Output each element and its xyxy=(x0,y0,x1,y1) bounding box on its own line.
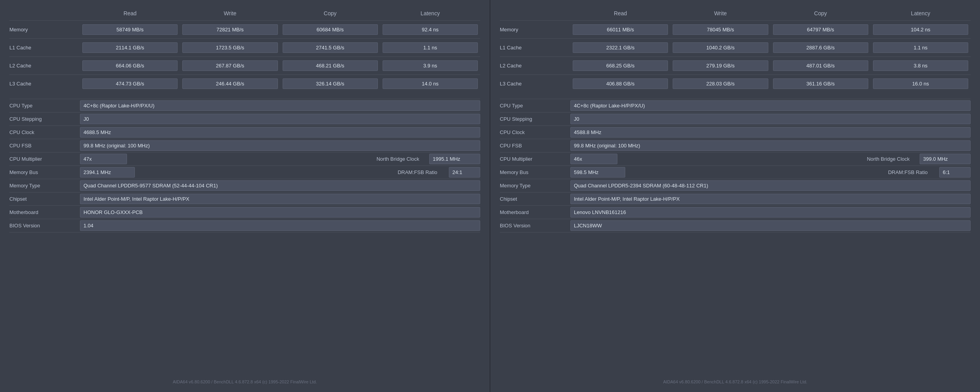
info-row-cpu-clock: CPU Clock 4588.8 MHz xyxy=(500,126,971,139)
info-row-memory-bus: Memory Bus 598.5 MHz DRAM:FSB Ratio 6:1 xyxy=(500,166,971,179)
dram-ratio-label: DRAM:FSB Ratio xyxy=(877,169,939,175)
motherboard-value: HONOR GLO-GXXX-PCB xyxy=(80,207,480,218)
memory-bus-value: 2394.1 MHz xyxy=(80,167,135,178)
cpu-clock-label: CPU Clock xyxy=(9,127,80,138)
cpu-fsb-value: 99.8 MHz (original: 100 MHz) xyxy=(570,140,971,151)
header-latency: Latency xyxy=(380,10,480,16)
info-row-cpu-fsb: CPU FSB 99.8 MHz (original: 100 MHz) xyxy=(500,139,971,152)
data-row-l1-cache: L1 Cache 2114.1 GB/s 1723.5 GB/s 2741.5 … xyxy=(9,38,480,56)
motherboard-label: Motherboard xyxy=(9,207,80,218)
write-value: 267.87 GB/s xyxy=(182,60,278,71)
cpu-fsb-value: 99.8 MHz (original: 100 MHz) xyxy=(80,140,480,151)
info-row-chipset: Chipset Intel Alder Point-M/P, Intel Rap… xyxy=(500,192,971,206)
column-headers: Read Write Copy Latency xyxy=(9,8,480,20)
cpu-type-label: CPU Type xyxy=(9,100,80,111)
read-value: 474.73 GB/s xyxy=(82,78,178,89)
info-row-cpu-type: CPU Type 4C+8c (Raptor Lake-H/P/PX/U) xyxy=(500,99,971,113)
info-row-bios-version: BIOS Version 1.04 xyxy=(9,219,480,232)
header-copy: Copy xyxy=(280,10,380,16)
latency-value: 1.1 ns xyxy=(383,42,478,53)
cpu-multiplier-label: CPU Multiplier xyxy=(9,154,80,164)
info-row-chipset: Chipset Intel Alder Point-M/P, Intel Rap… xyxy=(9,192,480,206)
motherboard-label: Motherboard xyxy=(500,207,570,218)
nb-clock-value: 1995.1 MHz xyxy=(429,154,480,164)
bios-version-value: 1.04 xyxy=(80,220,480,231)
nb-clock-value: 399.0 MHz xyxy=(920,154,971,164)
row-label: L3 Cache xyxy=(500,81,570,87)
bios-version-label: BIOS Version xyxy=(500,220,570,231)
footer-text: AIDA64 v6.80.6200 / BenchDLL 4.6.872.8 x… xyxy=(9,376,480,384)
row-label: L1 Cache xyxy=(500,45,570,51)
data-row-l2-cache: L2 Cache 664.06 GB/s 267.87 GB/s 468.21 … xyxy=(9,56,480,74)
cpu-type-value: 4C+8c (Raptor Lake-H/P/PX/U) xyxy=(570,100,971,111)
write-value: 228.03 GB/s xyxy=(673,78,768,89)
copy-value: 64797 MB/s xyxy=(773,24,868,35)
row-label: Memory xyxy=(9,27,80,33)
header-empty xyxy=(500,10,570,16)
memory-bus-value: 598.5 MHz xyxy=(570,167,625,178)
info-row-motherboard: Motherboard HONOR GLO-GXXX-PCB xyxy=(9,206,480,219)
cpu-multiplier-value: 46x xyxy=(570,154,617,164)
copy-value: 468.21 GB/s xyxy=(283,60,378,71)
cpu-type-value: 4C+8c (Raptor Lake-H/P/PX/U) xyxy=(80,100,480,111)
row-label: L3 Cache xyxy=(9,81,80,87)
read-value: 406.88 GB/s xyxy=(573,78,668,89)
latency-value: 16.0 ns xyxy=(873,78,968,89)
data-row-l1-cache: L1 Cache 2322.1 GB/s 1040.2 GB/s 2887.6 … xyxy=(500,38,971,56)
info-row-bios-version: BIOS Version LJCN18WW xyxy=(500,219,971,232)
memory-bus-label: Memory Bus xyxy=(500,167,570,178)
data-row-l2-cache: L2 Cache 668.25 GB/s 279.19 GB/s 487.01 … xyxy=(500,56,971,74)
chipset-value: Intel Alder Point-M/P, Intel Raptor Lake… xyxy=(570,194,971,204)
row-label: Memory xyxy=(500,27,570,33)
latency-value: 3.9 ns xyxy=(383,60,478,71)
copy-value: 2887.6 GB/s xyxy=(773,42,868,53)
memory-type-label: Memory Type xyxy=(500,180,570,191)
header-copy: Copy xyxy=(771,10,871,16)
cpu-multiplier-label: CPU Multiplier xyxy=(500,154,570,164)
latency-value: 14.0 ns xyxy=(383,78,478,89)
panel-left: Read Write Copy Latency Memory 58749 MB/… xyxy=(0,0,490,392)
latency-value: 1.1 ns xyxy=(873,42,968,53)
read-value: 668.25 GB/s xyxy=(573,60,668,71)
memory-bus-label: Memory Bus xyxy=(9,167,80,178)
read-value: 58749 MB/s xyxy=(82,24,178,35)
write-value: 279.19 GB/s xyxy=(673,60,768,71)
latency-value: 92.4 ns xyxy=(383,24,478,35)
dram-ratio-value: 6:1 xyxy=(939,167,971,178)
info-section: CPU Type 4C+8c (Raptor Lake-H/P/PX/U) CP… xyxy=(500,99,971,232)
info-row-cpu-stepping: CPU Stepping J0 xyxy=(9,113,480,126)
header-write: Write xyxy=(180,10,280,16)
write-value: 1723.5 GB/s xyxy=(182,42,278,53)
chipset-value: Intel Alder Point-M/P, Intel Raptor Lake… xyxy=(80,194,480,204)
info-row-cpu-multiplier: CPU Multiplier 46x North Bridge Clock 39… xyxy=(500,152,971,166)
header-latency: Latency xyxy=(871,10,971,16)
cpu-clock-value: 4688.5 MHz xyxy=(80,127,480,138)
chipset-label: Chipset xyxy=(9,194,80,204)
copy-value: 487.01 GB/s xyxy=(773,60,868,71)
info-row-cpu-fsb: CPU FSB 99.8 MHz (original: 100 MHz) xyxy=(9,139,480,152)
data-row-l3-cache: L3 Cache 406.88 GB/s 228.03 GB/s 361.16 … xyxy=(500,74,971,93)
info-row-memory-type: Memory Type Quad Channel LPDDR5-2394 SDR… xyxy=(500,179,971,192)
info-row-memory-type: Memory Type Quad Channel LPDDR5-9577 SDR… xyxy=(9,179,480,192)
cpu-fsb-label: CPU FSB xyxy=(9,140,80,151)
memory-type-value: Quad Channel LPDDR5-2394 SDRAM (60-48-48… xyxy=(570,180,971,191)
cpu-clock-value: 4588.8 MHz xyxy=(570,127,971,138)
bios-version-label: BIOS Version xyxy=(9,220,80,231)
copy-value: 361.16 GB/s xyxy=(773,78,868,89)
latency-value: 3.8 ns xyxy=(873,60,968,71)
data-row-l3-cache: L3 Cache 474.73 GB/s 246.44 GB/s 326.14 … xyxy=(9,74,480,93)
copy-value: 60684 MB/s xyxy=(283,24,378,35)
cpu-multiplier-value: 47x xyxy=(80,154,127,164)
cpu-type-label: CPU Type xyxy=(500,100,570,111)
cpu-stepping-label: CPU Stepping xyxy=(500,114,570,124)
write-value: 78045 MB/s xyxy=(673,24,768,35)
write-value: 246.44 GB/s xyxy=(182,78,278,89)
info-row-cpu-multiplier: CPU Multiplier 47x North Bridge Clock 19… xyxy=(9,152,480,166)
info-row-memory-bus: Memory Bus 2394.1 MHz DRAM:FSB Ratio 24:… xyxy=(9,166,480,179)
header-empty xyxy=(9,10,80,16)
row-label: L2 Cache xyxy=(500,63,570,69)
read-value: 2114.1 GB/s xyxy=(82,42,178,53)
header-read: Read xyxy=(570,10,670,16)
panel-right: Read Write Copy Latency Memory 66011 MB/… xyxy=(490,0,980,392)
dram-ratio-label: DRAM:FSB Ratio xyxy=(386,169,449,175)
